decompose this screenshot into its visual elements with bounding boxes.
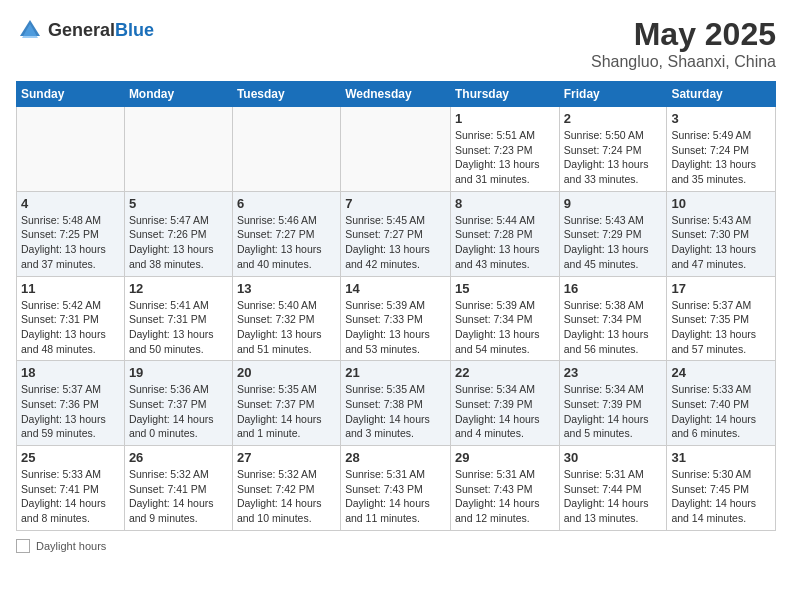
day-number: 31 [671,450,771,465]
calendar-cell: 1Sunrise: 5:51 AM Sunset: 7:23 PM Daylig… [450,107,559,192]
logo-general: General [48,20,115,40]
day-number: 6 [237,196,336,211]
day-number: 3 [671,111,771,126]
day-info: Sunrise: 5:35 AM Sunset: 7:37 PM Dayligh… [237,382,336,441]
day-number: 27 [237,450,336,465]
calendar-cell: 14Sunrise: 5:39 AM Sunset: 7:33 PM Dayli… [341,276,451,361]
calendar-cell: 3Sunrise: 5:49 AM Sunset: 7:24 PM Daylig… [667,107,776,192]
calendar-cell [232,107,340,192]
calendar-cell: 19Sunrise: 5:36 AM Sunset: 7:37 PM Dayli… [124,361,232,446]
day-number: 5 [129,196,228,211]
day-info: Sunrise: 5:43 AM Sunset: 7:30 PM Dayligh… [671,213,771,272]
title-block: May 2025 Shangluo, Shaanxi, China [591,16,776,71]
weekday-header-cell: Saturday [667,82,776,107]
calendar-cell: 15Sunrise: 5:39 AM Sunset: 7:34 PM Dayli… [450,276,559,361]
day-number: 24 [671,365,771,380]
calendar-cell [17,107,125,192]
calendar-cell: 7Sunrise: 5:45 AM Sunset: 7:27 PM Daylig… [341,191,451,276]
calendar-cell: 24Sunrise: 5:33 AM Sunset: 7:40 PM Dayli… [667,361,776,446]
day-info: Sunrise: 5:30 AM Sunset: 7:45 PM Dayligh… [671,467,771,526]
calendar-cell: 16Sunrise: 5:38 AM Sunset: 7:34 PM Dayli… [559,276,667,361]
day-number: 22 [455,365,555,380]
day-info: Sunrise: 5:37 AM Sunset: 7:35 PM Dayligh… [671,298,771,357]
calendar-cell: 18Sunrise: 5:37 AM Sunset: 7:36 PM Dayli… [17,361,125,446]
weekday-header-cell: Thursday [450,82,559,107]
day-number: 19 [129,365,228,380]
calendar-cell: 27Sunrise: 5:32 AM Sunset: 7:42 PM Dayli… [232,446,340,531]
calendar-cell: 11Sunrise: 5:42 AM Sunset: 7:31 PM Dayli… [17,276,125,361]
day-info: Sunrise: 5:33 AM Sunset: 7:41 PM Dayligh… [21,467,120,526]
day-info: Sunrise: 5:51 AM Sunset: 7:23 PM Dayligh… [455,128,555,187]
day-number: 26 [129,450,228,465]
day-info: Sunrise: 5:31 AM Sunset: 7:44 PM Dayligh… [564,467,663,526]
calendar-table: SundayMondayTuesdayWednesdayThursdayFrid… [16,81,776,531]
day-info: Sunrise: 5:41 AM Sunset: 7:31 PM Dayligh… [129,298,228,357]
day-info: Sunrise: 5:37 AM Sunset: 7:36 PM Dayligh… [21,382,120,441]
calendar-cell: 20Sunrise: 5:35 AM Sunset: 7:37 PM Dayli… [232,361,340,446]
calendar-cell: 4Sunrise: 5:48 AM Sunset: 7:25 PM Daylig… [17,191,125,276]
day-info: Sunrise: 5:43 AM Sunset: 7:29 PM Dayligh… [564,213,663,272]
calendar-cell: 23Sunrise: 5:34 AM Sunset: 7:39 PM Dayli… [559,361,667,446]
day-info: Sunrise: 5:45 AM Sunset: 7:27 PM Dayligh… [345,213,446,272]
page-header: GeneralBlue May 2025 Shangluo, Shaanxi, … [16,16,776,71]
day-number: 1 [455,111,555,126]
day-info: Sunrise: 5:34 AM Sunset: 7:39 PM Dayligh… [564,382,663,441]
calendar-cell: 9Sunrise: 5:43 AM Sunset: 7:29 PM Daylig… [559,191,667,276]
day-number: 7 [345,196,446,211]
day-info: Sunrise: 5:42 AM Sunset: 7:31 PM Dayligh… [21,298,120,357]
day-number: 10 [671,196,771,211]
logo-icon [16,16,44,44]
calendar-week-row: 11Sunrise: 5:42 AM Sunset: 7:31 PM Dayli… [17,276,776,361]
day-info: Sunrise: 5:40 AM Sunset: 7:32 PM Dayligh… [237,298,336,357]
day-number: 9 [564,196,663,211]
calendar-cell: 22Sunrise: 5:34 AM Sunset: 7:39 PM Dayli… [450,361,559,446]
day-number: 11 [21,281,120,296]
month-title: May 2025 [591,16,776,53]
day-number: 8 [455,196,555,211]
day-number: 23 [564,365,663,380]
calendar-cell: 5Sunrise: 5:47 AM Sunset: 7:26 PM Daylig… [124,191,232,276]
logo: GeneralBlue [16,16,154,44]
weekday-header-cell: Tuesday [232,82,340,107]
calendar-cell: 30Sunrise: 5:31 AM Sunset: 7:44 PM Dayli… [559,446,667,531]
day-number: 12 [129,281,228,296]
day-info: Sunrise: 5:31 AM Sunset: 7:43 PM Dayligh… [345,467,446,526]
calendar-week-row: 1Sunrise: 5:51 AM Sunset: 7:23 PM Daylig… [17,107,776,192]
calendar-cell: 25Sunrise: 5:33 AM Sunset: 7:41 PM Dayli… [17,446,125,531]
day-info: Sunrise: 5:47 AM Sunset: 7:26 PM Dayligh… [129,213,228,272]
calendar-cell: 31Sunrise: 5:30 AM Sunset: 7:45 PM Dayli… [667,446,776,531]
calendar-cell: 6Sunrise: 5:46 AM Sunset: 7:27 PM Daylig… [232,191,340,276]
calendar-body: 1Sunrise: 5:51 AM Sunset: 7:23 PM Daylig… [17,107,776,531]
day-number: 25 [21,450,120,465]
day-info: Sunrise: 5:39 AM Sunset: 7:34 PM Dayligh… [455,298,555,357]
calendar-cell: 17Sunrise: 5:37 AM Sunset: 7:35 PM Dayli… [667,276,776,361]
day-number: 28 [345,450,446,465]
calendar-week-row: 18Sunrise: 5:37 AM Sunset: 7:36 PM Dayli… [17,361,776,446]
weekday-header-cell: Wednesday [341,82,451,107]
day-number: 4 [21,196,120,211]
day-info: Sunrise: 5:39 AM Sunset: 7:33 PM Dayligh… [345,298,446,357]
day-number: 29 [455,450,555,465]
location-title: Shangluo, Shaanxi, China [591,53,776,71]
day-info: Sunrise: 5:35 AM Sunset: 7:38 PM Dayligh… [345,382,446,441]
logo-text: GeneralBlue [48,20,154,41]
calendar-cell: 28Sunrise: 5:31 AM Sunset: 7:43 PM Dayli… [341,446,451,531]
day-info: Sunrise: 5:48 AM Sunset: 7:25 PM Dayligh… [21,213,120,272]
calendar-cell: 12Sunrise: 5:41 AM Sunset: 7:31 PM Dayli… [124,276,232,361]
day-info: Sunrise: 5:32 AM Sunset: 7:41 PM Dayligh… [129,467,228,526]
calendar-week-row: 4Sunrise: 5:48 AM Sunset: 7:25 PM Daylig… [17,191,776,276]
day-number: 30 [564,450,663,465]
weekday-header-cell: Sunday [17,82,125,107]
day-number: 17 [671,281,771,296]
day-number: 18 [21,365,120,380]
calendar-cell: 2Sunrise: 5:50 AM Sunset: 7:24 PM Daylig… [559,107,667,192]
calendar-cell: 26Sunrise: 5:32 AM Sunset: 7:41 PM Dayli… [124,446,232,531]
day-info: Sunrise: 5:32 AM Sunset: 7:42 PM Dayligh… [237,467,336,526]
weekday-header-cell: Friday [559,82,667,107]
logo-blue: Blue [115,20,154,40]
day-info: Sunrise: 5:46 AM Sunset: 7:27 PM Dayligh… [237,213,336,272]
legend-box [16,539,30,553]
day-number: 13 [237,281,336,296]
calendar-cell [124,107,232,192]
calendar-cell: 13Sunrise: 5:40 AM Sunset: 7:32 PM Dayli… [232,276,340,361]
